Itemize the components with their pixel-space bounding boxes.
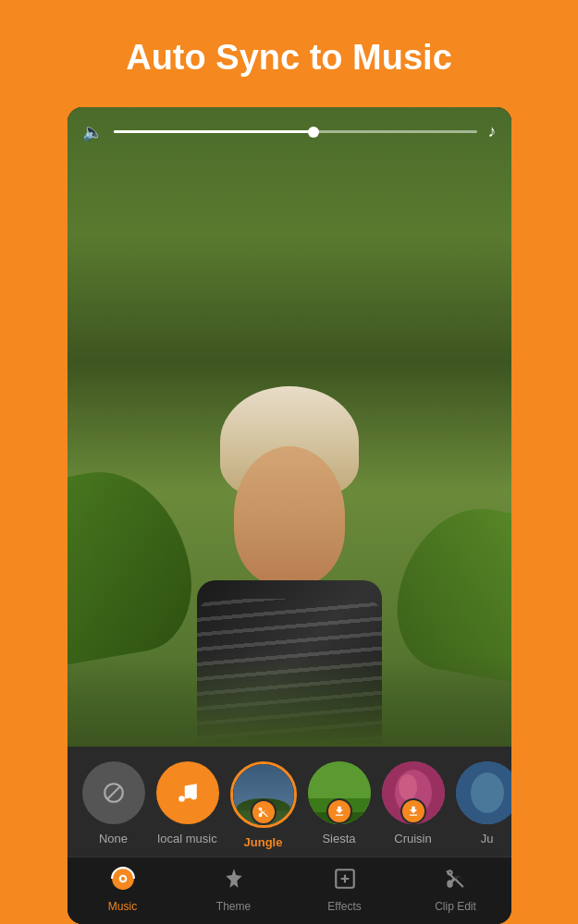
- svg-point-3: [191, 794, 197, 800]
- track-item-none[interactable]: None: [82, 761, 145, 849]
- track-circle-jungle[interactable]: [230, 761, 297, 828]
- local-music-icon: [176, 781, 200, 805]
- download-icon-cruisin: [407, 805, 420, 818]
- foliage-overlay: [68, 654, 511, 747]
- track-circle-none[interactable]: [82, 761, 145, 824]
- effects-nav-icon: [333, 867, 357, 896]
- track-item-cruisin[interactable]: Cruisin: [382, 761, 445, 849]
- music-note-icon: ♪: [488, 122, 497, 141]
- theme-nav-icon: [222, 867, 246, 896]
- effects-icon-svg: [333, 867, 357, 891]
- track-circle-local[interactable]: [156, 761, 219, 824]
- music-tracks-bar: None local music: [68, 747, 511, 857]
- nav-item-effects[interactable]: Effects: [289, 857, 400, 924]
- track-item-ju[interactable]: Ju: [456, 761, 511, 849]
- track-label-none: None: [99, 832, 128, 845]
- phone-container: 🔈 ♪ None: [68, 107, 511, 924]
- theme-icon-svg: [222, 867, 246, 891]
- nav-label-effects: Effects: [327, 900, 361, 913]
- music-nav-icon: [111, 867, 135, 896]
- progress-fill: [114, 130, 314, 133]
- video-area: 🔈 ♪: [68, 107, 511, 747]
- track-item-local[interactable]: local music: [156, 761, 219, 849]
- tracks-scroll: None local music: [68, 761, 511, 849]
- track-label-cruisin: Cruisin: [394, 832, 431, 845]
- track-label-ju: Ju: [481, 832, 494, 845]
- scissors-nav-icon-svg: [444, 867, 468, 891]
- main-title: Auto Sync to Music: [126, 37, 452, 79]
- svg-point-17: [120, 877, 124, 881]
- siesta-download-badge: [326, 798, 352, 824]
- svg-point-2: [178, 796, 185, 802]
- nav-item-clip-edit[interactable]: Clip Edit: [400, 857, 511, 924]
- svg-point-14: [471, 772, 504, 813]
- ju-image-icon: [456, 761, 511, 824]
- ju-image: [456, 761, 511, 824]
- person-head: [234, 446, 345, 585]
- progress-track[interactable]: [114, 130, 477, 133]
- nav-item-music[interactable]: Music: [68, 857, 178, 924]
- track-label-local: local music: [157, 832, 216, 845]
- track-circle-siesta[interactable]: [308, 761, 371, 824]
- nav-item-theme[interactable]: Theme: [178, 857, 289, 924]
- svg-point-12: [399, 774, 417, 800]
- download-icon-siesta: [333, 805, 346, 818]
- nav-label-music: Music: [108, 900, 137, 913]
- track-label-jungle: Jungle: [244, 835, 283, 849]
- bottom-nav: Music Theme Effects: [68, 857, 511, 924]
- music-icon-svg: [111, 867, 135, 891]
- scissors-icon: [257, 806, 270, 819]
- photo-background: [68, 107, 511, 747]
- header-area: Auto Sync to Music: [0, 0, 578, 107]
- nav-label-clip-edit: Clip Edit: [435, 900, 476, 913]
- foliage-left: [68, 458, 203, 664]
- progress-thumb: [308, 127, 319, 138]
- track-circle-cruisin[interactable]: [382, 761, 445, 824]
- track-label-siesta: Siesta: [322, 832, 355, 845]
- none-icon: [102, 781, 126, 805]
- track-circle-ju[interactable]: [456, 761, 511, 824]
- scissors-badge: [251, 799, 277, 825]
- nav-label-theme: Theme: [216, 900, 251, 913]
- cruisin-download-badge: [400, 798, 426, 824]
- clip-edit-nav-icon: [444, 867, 468, 896]
- playback-bar: 🔈 ♪: [82, 122, 497, 142]
- svg-line-1: [107, 787, 119, 799]
- volume-icon[interactable]: 🔈: [82, 122, 103, 142]
- track-item-siesta[interactable]: Siesta: [308, 761, 371, 849]
- track-item-jungle[interactable]: Jungle: [230, 761, 297, 849]
